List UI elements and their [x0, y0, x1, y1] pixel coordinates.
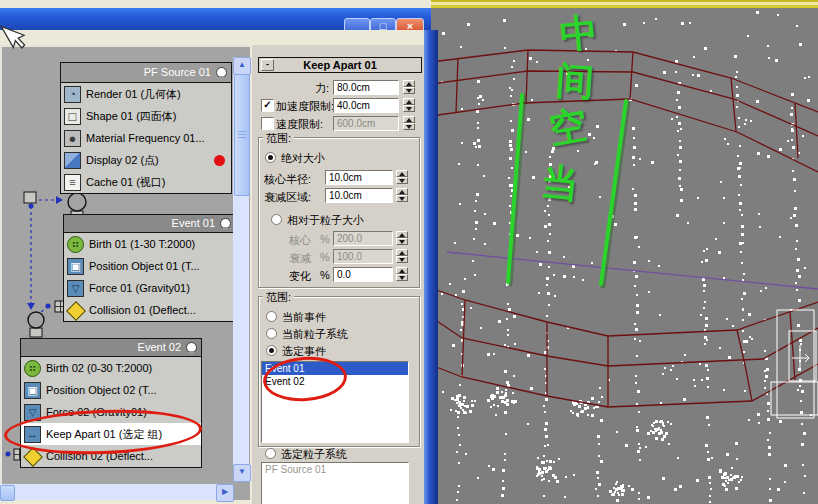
node-hscroll-track[interactable] — [0, 484, 232, 500]
falloff-zone-label: 衰减区域: — [264, 190, 311, 205]
variation-field[interactable]: 0.0 — [333, 267, 393, 282]
pf-source-node[interactable]: PF Source 01 Render 01 (几何体) Shape 01 (四… — [60, 62, 232, 194]
operator-row-shape[interactable]: Shape 01 (四面体) — [61, 105, 231, 127]
falloff-pct-label: 衰减 — [289, 251, 311, 266]
render-icon — [64, 86, 81, 103]
selected-events-radio[interactable] — [266, 345, 277, 356]
selected-system-label: 选定粒子系统 — [281, 447, 347, 462]
scope-group-title: 范围: — [263, 131, 294, 146]
speed-limit-label: 速度限制: — [276, 117, 323, 132]
core-pct-field: 200.0 — [333, 231, 393, 246]
rollout-title: Keep Apart 01 — [303, 59, 377, 71]
accel-limit-spinner[interactable] — [403, 98, 415, 112]
cache-icon — [64, 174, 81, 191]
operator-label: Cache 01 (视口) — [86, 175, 165, 190]
accel-limit-label: 加速度限制: — [276, 99, 334, 114]
annotation-char: 间 — [555, 61, 596, 102]
core-radius-field[interactable]: 10.0cm — [325, 170, 393, 185]
event01-title: Event 01 — [172, 217, 215, 229]
operator-row-material[interactable]: Material Frequency 01... — [61, 127, 231, 149]
annotation-char: 当 — [539, 162, 581, 204]
variation-spinner[interactable] — [396, 267, 408, 281]
menu-strip — [0, 30, 431, 45]
annotation-char: 中 — [558, 12, 600, 54]
current-system-label: 当前粒子系统 — [282, 327, 348, 342]
selected-system-radio[interactable] — [265, 448, 276, 459]
force-spinner[interactable] — [403, 80, 415, 94]
current-event-radio[interactable] — [266, 311, 277, 322]
display-icon — [64, 152, 81, 169]
viewport-top-border — [431, 0, 818, 8]
material-icon — [64, 130, 81, 147]
accel-limit-checkbox[interactable] — [261, 99, 274, 112]
speed-limit-field: 600.0cm — [333, 116, 399, 131]
particle-view-window: _ □ × — [0, 0, 431, 504]
operator-row-display[interactable]: Display 02 (点) — [61, 149, 231, 171]
event01-node[interactable]: Event 01 Birth 01 (1-30 T:2000) Position… — [63, 214, 236, 322]
position-object-icon — [67, 258, 84, 275]
operator-row-cache[interactable]: Cache 01 (视口) — [61, 171, 231, 193]
accel-limit-field[interactable]: 40.0cm — [333, 98, 399, 113]
core-radius-spinner[interactable] — [396, 170, 408, 184]
node-vscroll-up[interactable]: ▲ — [233, 57, 251, 75]
force-field[interactable]: 80.0cm — [333, 80, 399, 95]
force-icon — [67, 280, 84, 297]
variation-label: 变化 — [289, 269, 311, 284]
collision-icon — [67, 302, 84, 319]
enable-bulb-icon[interactable] — [186, 342, 197, 353]
operator-row-collision01[interactable]: Collision 01 (Deflect... — [64, 299, 235, 321]
operator-row-force01[interactable]: Force 01 (Gravity01) — [64, 277, 235, 299]
core-radius-label: 核心半径: — [264, 172, 311, 187]
node-vscroll-down[interactable]: ▼ — [233, 464, 251, 482]
annotation-char: 空 — [546, 105, 590, 149]
core-pct-label: 核心 — [289, 233, 311, 248]
operator-label: Birth 02 (0-30 T:2000) — [46, 362, 152, 374]
relative-size-radio[interactable] — [271, 214, 282, 225]
operator-label: Material Frequency 01... — [86, 132, 205, 144]
enable-bulb-icon[interactable] — [220, 218, 231, 229]
shape-icon — [64, 108, 81, 125]
variation-unit: % — [320, 269, 330, 281]
position-object-icon — [24, 382, 41, 399]
falloff-zone-field[interactable]: 10.0cm — [325, 188, 393, 203]
operator-label: Position Object 01 (T... — [89, 260, 200, 272]
enable-bulb-icon[interactable] — [216, 67, 227, 78]
core-pct-unit: % — [320, 233, 330, 245]
relative-size-label: 相对于粒子大小 — [287, 213, 364, 228]
pf-source-header[interactable]: PF Source 01 — [61, 63, 231, 83]
operator-label: Shape 01 (四面体) — [86, 109, 176, 124]
event01-header[interactable]: Event 01 — [64, 215, 235, 233]
birth-icon — [24, 360, 41, 377]
system-listbox: PF Source 01 — [261, 462, 409, 504]
absolute-size-radio[interactable] — [265, 152, 276, 163]
range-group-title: 范围: — [263, 290, 294, 305]
speed-limit-checkbox[interactable] — [261, 117, 274, 130]
operator-label: Collision 01 (Deflect... — [89, 304, 196, 316]
absolute-size-label: 绝对大小 — [281, 151, 325, 166]
operator-row-birth02[interactable]: Birth 02 (0-30 T:2000) — [21, 357, 201, 379]
falloff-zone-spinner[interactable] — [396, 188, 408, 202]
current-event-label: 当前事件 — [282, 310, 326, 325]
node-hscroll-thumb[interactable] — [0, 485, 15, 501]
window-titlebar[interactable]: _ □ × — [0, 8, 431, 31]
operator-row-birth01[interactable]: Birth 01 (1-30 T:2000) — [64, 233, 235, 255]
display-color-dot — [214, 155, 225, 166]
speed-limit-spinner[interactable] — [403, 116, 415, 130]
falloff-pct-spinner[interactable] — [396, 249, 408, 263]
rollout-header-keepapart[interactable]: - Keep Apart 01 — [258, 57, 422, 73]
node-vscroll-thumb[interactable] — [234, 74, 250, 196]
collapse-icon[interactable]: - — [261, 59, 274, 71]
node-hscroll-right[interactable]: ▶ — [216, 484, 234, 502]
window-top-edge — [0, 0, 431, 8]
system-list-item: PF Source 01 — [262, 463, 408, 476]
current-system-radio[interactable] — [266, 328, 277, 339]
operator-label: Render 01 (几何体) — [86, 87, 181, 102]
event02-header[interactable]: Event 02 — [21, 339, 201, 357]
core-pct-spinner[interactable] — [396, 231, 408, 245]
birth-icon — [67, 236, 84, 253]
falloff-pct-field: 100.0 — [333, 249, 393, 264]
operator-row-position01[interactable]: Position Object 01 (T... — [64, 255, 235, 277]
operator-row-render[interactable]: Render 01 (几何体) — [61, 83, 231, 105]
operator-row-position02[interactable]: Position Object 02 (T... — [21, 379, 201, 401]
falloff-pct-unit: % — [320, 251, 330, 263]
